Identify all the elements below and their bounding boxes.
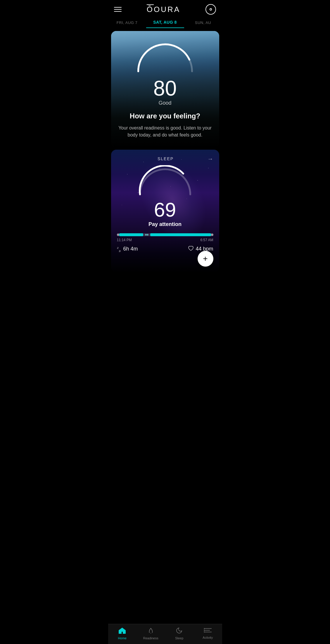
sleep-duration-icon: ᶻzz [117, 246, 122, 253]
app-header: ŌOURA [108, 0, 222, 17]
timeline-segment-2 [150, 233, 211, 236]
timeline-end-dot [211, 234, 213, 236]
next-date[interactable]: SUN, AU [184, 19, 222, 28]
readiness-gauge [133, 40, 197, 75]
app-logo: ŌOURA [147, 5, 180, 14]
sleep-score: 69 [117, 200, 213, 220]
sleep-stats: ᶻzz 6h 4m 44 bpm [117, 246, 213, 253]
sleep-header: SLEEP → [117, 156, 213, 162]
timeline-segment-1 [119, 233, 144, 236]
fab-icon: + [203, 254, 208, 263]
readiness-description: Your overall readiness is good. Listen t… [118, 125, 212, 139]
sleep-hr-stat: 44 bpm [188, 246, 213, 253]
timeline-start-dot [117, 234, 119, 236]
sleep-gauge [136, 165, 194, 197]
date-navigation: FRI, AUG 7 SAT, AUG 8 SUN, AU [108, 17, 222, 29]
timeline-bar [117, 233, 213, 236]
prev-date[interactable]: FRI, AUG 7 [108, 19, 146, 28]
current-date[interactable]: SAT, AUG 8 [146, 18, 184, 28]
profile-button[interactable] [205, 4, 216, 15]
sleep-timeline: 11:14 PM 6:57 AM [117, 233, 213, 242]
sleep-start-time: 11:14 PM [117, 238, 132, 242]
sleep-duration: 6h 4m [123, 246, 138, 252]
readiness-question: How are you feeling? [118, 112, 212, 120]
sleep-section-title: SLEEP [124, 156, 208, 161]
timeline-labels: 11:14 PM 6:57 AM [117, 238, 213, 242]
sleep-end-time: 6:57 AM [200, 238, 213, 242]
readiness-score: 80 [118, 78, 212, 99]
sleep-duration-stat: ᶻzz 6h 4m [117, 246, 138, 253]
profile-icon [210, 8, 212, 11]
sleep-content: SLEEP → 69 Pay attention [111, 150, 219, 258]
sleep-card: SLEEP → 69 Pay attention [111, 150, 219, 272]
fab-button[interactable]: + [198, 251, 213, 267]
readiness-content: 80 Good How are you feeling? Your overal… [111, 31, 219, 147]
readiness-rating: Good [118, 100, 212, 106]
menu-button[interactable] [114, 7, 122, 12]
readiness-card: 80 Good How are you feeling? Your overal… [111, 31, 219, 147]
sleep-arrow[interactable]: → [208, 156, 213, 162]
sleep-rating: Pay attention [117, 221, 213, 227]
heart-rate-icon [188, 246, 194, 252]
